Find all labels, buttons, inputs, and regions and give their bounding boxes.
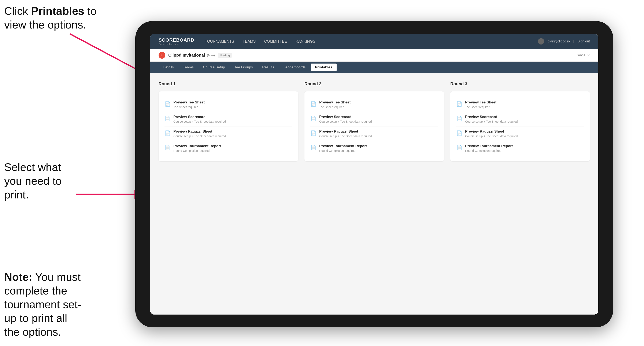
brand: SCOREBOARD Powered by clippd xyxy=(158,37,194,45)
tab-results[interactable]: Results xyxy=(258,64,278,71)
tab-details[interactable]: Details xyxy=(158,64,178,71)
r3-tee-sheet-icon: 📄 xyxy=(456,101,462,107)
r2-tee-sheet-icon: 📄 xyxy=(310,101,316,107)
r2-tee-sheet-sub: Tee Sheet required xyxy=(319,105,350,109)
tee-sheet-sub: Tee Sheet required xyxy=(173,105,205,109)
tab-printables[interactable]: Printables xyxy=(311,64,336,71)
r2-tee-sheet-title: Preview Tee Sheet xyxy=(319,100,350,105)
scorecard-sub: Course setup + Tee Sheet data required xyxy=(173,120,226,123)
nav-tournaments[interactable]: TOURNAMENTS xyxy=(205,38,234,44)
annotation-middle: Select what you need to print. xyxy=(4,161,76,202)
annotation-top: Click Printables toview the options. xyxy=(4,4,96,32)
annotation-note-bold: Note: xyxy=(4,271,32,283)
nav-committee[interactable]: COMMITTEE xyxy=(264,38,287,44)
tee-sheet-icon: 📄 xyxy=(164,101,170,107)
round-1-column: Round 1 📄 Preview Tee Sheet Tee Sheet re… xyxy=(158,81,298,161)
tablet-screen: SCOREBOARD Powered by clippd TOURNAMENTS… xyxy=(150,34,598,315)
tab-course-setup[interactable]: Course Setup xyxy=(199,64,229,71)
tournament-report-sub: Round Completion required xyxy=(173,149,221,153)
nav-teams[interactable]: TEAMS xyxy=(243,38,256,44)
annotation-bottom: Note: You must complete the tournament s… xyxy=(4,270,84,339)
r2-scorecard-sub: Course setup + Tee Sheet data required xyxy=(319,120,372,123)
r3-tournament-report-icon: 📄 xyxy=(456,144,462,151)
annotation-bold: Printables xyxy=(31,5,84,17)
scorecard-title: Preview Scorecard xyxy=(173,115,226,119)
main-content: Round 1 📄 Preview Tee Sheet Tee Sheet re… xyxy=(150,73,598,315)
round3-tee-sheet[interactable]: 📄 Preview Tee Sheet Tee Sheet required xyxy=(456,97,584,112)
scorecard-icon: 📄 xyxy=(164,115,170,122)
raguzzi-title: Preview Raguzzi Sheet xyxy=(173,129,226,134)
nav-rankings[interactable]: RANKINGS xyxy=(296,38,316,44)
round-1-title: Round 1 xyxy=(158,81,298,86)
nav-right: blair@clippd.io | Sign out xyxy=(538,38,590,44)
r3-tee-sheet-title: Preview Tee Sheet xyxy=(465,100,496,105)
r2-scorecard-title: Preview Scorecard xyxy=(319,115,372,119)
round-3-card: 📄 Preview Tee Sheet Tee Sheet required 📄… xyxy=(450,91,590,161)
tournament-name: Clippd Invitational xyxy=(168,53,205,58)
tournament-logo: C xyxy=(158,52,165,59)
round1-tee-sheet[interactable]: 📄 Preview Tee Sheet Tee Sheet required xyxy=(164,97,292,112)
brand-sub: Powered by clippd xyxy=(158,43,194,45)
raguzzi-sub: Course setup + Tee Sheet data required xyxy=(173,135,226,138)
separator: | xyxy=(573,39,574,43)
tab-tee-groups[interactable]: Tee Groups xyxy=(230,64,257,71)
round3-tournament-report[interactable]: 📄 Preview Tournament Report Round Comple… xyxy=(456,141,584,155)
r2-raguzzi-sub: Course setup + Tee Sheet data required xyxy=(319,135,372,138)
tab-leaderboards[interactable]: Leaderboards xyxy=(279,64,310,71)
r3-scorecard-icon: 📄 xyxy=(456,115,462,122)
round-1-card: 📄 Preview Tee Sheet Tee Sheet required 📄… xyxy=(158,91,298,161)
tournament-tag: (Men) xyxy=(207,54,215,57)
r2-tournament-report-title: Preview Tournament Report xyxy=(319,144,367,148)
r3-scorecard-sub: Course setup + Tee Sheet data required xyxy=(465,120,518,123)
round3-scorecard[interactable]: 📄 Preview Scorecard Course setup + Tee S… xyxy=(456,112,584,127)
round1-tournament-report[interactable]: 📄 Preview Tournament Report Round Comple… xyxy=(164,141,292,155)
tee-sheet-title: Preview Tee Sheet xyxy=(173,100,205,105)
raguzzi-icon: 📄 xyxy=(164,130,170,137)
r3-raguzzi-sub: Course setup + Tee Sheet data required xyxy=(465,135,518,138)
r2-raguzzi-icon: 📄 xyxy=(310,130,316,137)
user-email: blair@clippd.io xyxy=(548,39,570,43)
r2-raguzzi-title: Preview Raguzzi Sheet xyxy=(319,129,372,134)
tablet-frame: SCOREBOARD Powered by clippd TOURNAMENTS… xyxy=(135,21,613,327)
tournament-report-icon: 📄 xyxy=(164,144,170,151)
brand-name: SCOREBOARD xyxy=(158,37,194,43)
tab-teams[interactable]: Teams xyxy=(179,64,198,71)
round2-tee-sheet[interactable]: 📄 Preview Tee Sheet Tee Sheet required xyxy=(310,97,438,112)
top-nav: SCOREBOARD Powered by clippd TOURNAMENTS… xyxy=(150,34,598,49)
round2-scorecard[interactable]: 📄 Preview Scorecard Course setup + Tee S… xyxy=(310,112,438,127)
round-2-column: Round 2 📄 Preview Tee Sheet Tee Sheet re… xyxy=(304,81,444,161)
r3-raguzzi-title: Preview Raguzzi Sheet xyxy=(465,129,518,134)
round-2-title: Round 2 xyxy=(304,81,444,86)
user-avatar xyxy=(538,38,544,44)
round2-tournament-report[interactable]: 📄 Preview Tournament Report Round Comple… xyxy=(310,141,438,155)
sign-out-link[interactable]: Sign out xyxy=(578,39,590,43)
r3-scorecard-title: Preview Scorecard xyxy=(465,115,518,119)
r2-scorecard-icon: 📄 xyxy=(310,115,316,122)
round1-scorecard[interactable]: 📄 Preview Scorecard Course setup + Tee S… xyxy=(164,112,292,127)
round-2-card: 📄 Preview Tee Sheet Tee Sheet required 📄… xyxy=(304,91,444,161)
r2-tournament-report-icon: 📄 xyxy=(310,144,316,151)
round1-raguzzi[interactable]: 📄 Preview Raguzzi Sheet Course setup + T… xyxy=(164,127,292,141)
round-3-column: Round 3 📄 Preview Tee Sheet Tee Sheet re… xyxy=(450,81,590,161)
tab-bar: Details Teams Course Setup Tee Groups Re… xyxy=(150,62,598,73)
round2-raguzzi[interactable]: 📄 Preview Raguzzi Sheet Course setup + T… xyxy=(310,127,438,141)
cancel-button[interactable]: Cancel ✕ xyxy=(576,53,590,57)
status-badge: Hosting xyxy=(218,53,232,58)
tournament-report-title: Preview Tournament Report xyxy=(173,144,221,148)
r3-raguzzi-icon: 📄 xyxy=(456,130,462,137)
round-3-title: Round 3 xyxy=(450,81,590,86)
r3-tournament-report-title: Preview Tournament Report xyxy=(465,144,513,148)
r3-tournament-report-sub: Round Completion required xyxy=(465,149,513,153)
sub-header: C Clippd Invitational (Men) Hosting Canc… xyxy=(150,49,598,62)
r2-tournament-report-sub: Round Completion required xyxy=(319,149,367,153)
nav-links: TOURNAMENTS TEAMS COMMITTEE RANKINGS xyxy=(205,38,538,44)
r3-tee-sheet-sub: Tee Sheet required xyxy=(465,105,496,109)
rounds-grid: Round 1 📄 Preview Tee Sheet Tee Sheet re… xyxy=(158,81,590,161)
round3-raguzzi[interactable]: 📄 Preview Raguzzi Sheet Course setup + T… xyxy=(456,127,584,141)
